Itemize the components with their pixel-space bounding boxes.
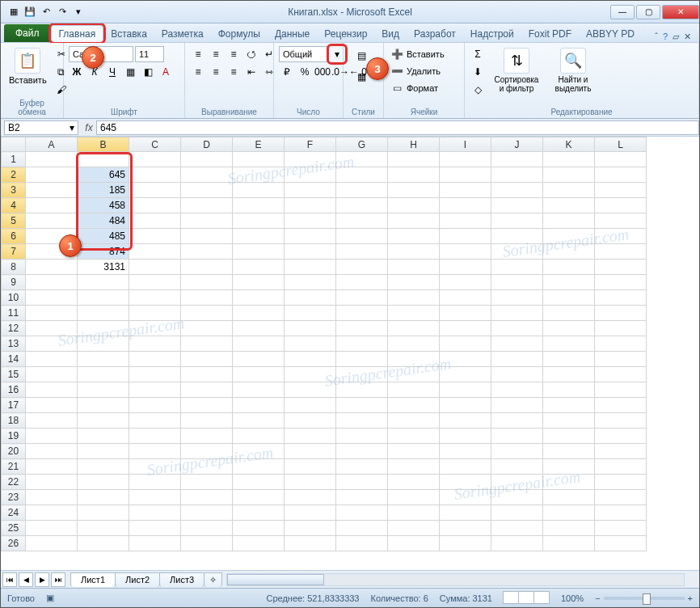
cell-F8[interactable] xyxy=(285,260,336,275)
cell-F19[interactable] xyxy=(285,429,336,444)
tab-review[interactable]: Рецензир xyxy=(317,26,374,42)
cell-I18[interactable] xyxy=(440,413,491,429)
cell-D8[interactable] xyxy=(181,260,233,275)
row-header-10[interactable]: 10 xyxy=(2,290,26,306)
cell-H15[interactable] xyxy=(388,367,440,382)
formula-input[interactable] xyxy=(96,120,699,135)
cell-J6[interactable] xyxy=(491,229,543,244)
delete-cells-label[interactable]: Удалить xyxy=(407,66,441,76)
cell-C8[interactable] xyxy=(129,260,181,275)
cell-L25[interactable] xyxy=(595,521,647,536)
cell-B10[interactable] xyxy=(78,290,129,306)
cell-B7[interactable]: 874 xyxy=(78,244,129,260)
cell-E15[interactable] xyxy=(233,367,285,382)
cell-K23[interactable] xyxy=(543,490,595,505)
cell-L6[interactable] xyxy=(595,229,647,244)
cell-K21[interactable] xyxy=(543,459,595,475)
cell-H17[interactable] xyxy=(388,398,440,413)
cell-G23[interactable] xyxy=(336,490,388,505)
format-cells-icon[interactable]: ▭ xyxy=(389,80,405,96)
cell-I20[interactable] xyxy=(440,444,491,459)
row-header-19[interactable]: 19 xyxy=(2,429,26,444)
cell-H2[interactable] xyxy=(388,167,440,183)
cell-A10[interactable] xyxy=(26,290,78,306)
cell-J8[interactable] xyxy=(491,260,543,275)
cell-B6[interactable]: 485 xyxy=(78,229,129,244)
cell-G20[interactable] xyxy=(336,444,388,459)
cell-L13[interactable] xyxy=(595,336,647,352)
cell-B25[interactable] xyxy=(78,521,129,536)
worksheet-grid[interactable]: ABCDEFGHIJKL1264531854458548464857874831… xyxy=(1,137,699,570)
cell-B9[interactable] xyxy=(78,275,129,290)
cell-F23[interactable] xyxy=(285,490,336,505)
tab-formulas[interactable]: Формулы xyxy=(211,26,268,42)
cell-E21[interactable] xyxy=(233,459,285,475)
bold-button[interactable]: Ж xyxy=(69,64,85,80)
cell-I3[interactable] xyxy=(440,183,491,198)
number-format-dropdown[interactable]: ▾ xyxy=(329,46,345,62)
cell-I11[interactable] xyxy=(440,306,491,321)
cell-I10[interactable] xyxy=(440,290,491,306)
cell-F16[interactable] xyxy=(285,382,336,398)
cell-H13[interactable] xyxy=(388,336,440,352)
row-header-7[interactable]: 7 xyxy=(2,244,26,260)
row-header-21[interactable]: 21 xyxy=(2,459,26,475)
cell-B24[interactable] xyxy=(78,505,129,521)
cell-I9[interactable] xyxy=(440,275,491,290)
cell-D9[interactable] xyxy=(181,275,233,290)
cell-A3[interactable] xyxy=(26,183,78,198)
cell-H22[interactable] xyxy=(388,475,440,490)
cell-F22[interactable] xyxy=(285,475,336,490)
cell-F4[interactable] xyxy=(285,198,336,213)
qat-more-icon[interactable]: ▾ xyxy=(72,6,85,19)
cell-J15[interactable] xyxy=(491,367,543,382)
sheet-nav-last[interactable]: ⏭ xyxy=(51,572,65,587)
cell-D13[interactable] xyxy=(181,336,233,352)
column-header-H[interactable]: H xyxy=(388,137,440,152)
cell-K22[interactable] xyxy=(543,475,595,490)
align-middle-icon[interactable]: ≡ xyxy=(208,46,224,62)
cell-H11[interactable] xyxy=(388,306,440,321)
cell-F20[interactable] xyxy=(285,444,336,459)
cell-F14[interactable] xyxy=(285,352,336,367)
cell-H18[interactable] xyxy=(388,413,440,429)
select-all-cell[interactable] xyxy=(2,137,26,152)
cell-D22[interactable] xyxy=(181,475,233,490)
fill-color-button[interactable]: ◧ xyxy=(140,64,156,80)
cell-K24[interactable] xyxy=(543,505,595,521)
cell-J10[interactable] xyxy=(491,290,543,306)
cell-E7[interactable] xyxy=(233,244,285,260)
zoom-slider[interactable]: −+ xyxy=(595,593,693,603)
row-header-8[interactable]: 8 xyxy=(2,260,26,275)
tab-abbyy[interactable]: ABBYY PD xyxy=(579,26,642,42)
cell-A25[interactable] xyxy=(26,521,78,536)
cell-F9[interactable] xyxy=(285,275,336,290)
minimize-ribbon-icon[interactable]: ˆ xyxy=(655,32,658,42)
cell-C5[interactable] xyxy=(129,213,181,229)
cell-D2[interactable] xyxy=(181,167,233,183)
row-header-5[interactable]: 5 xyxy=(2,213,26,229)
cell-G5[interactable] xyxy=(336,213,388,229)
cell-G19[interactable] xyxy=(336,429,388,444)
cell-G1[interactable] xyxy=(336,152,388,167)
tab-view[interactable]: Вид xyxy=(374,26,407,42)
cell-K17[interactable] xyxy=(543,398,595,413)
cell-L12[interactable] xyxy=(595,321,647,336)
cell-L26[interactable] xyxy=(595,536,647,551)
cell-L2[interactable] xyxy=(595,167,647,183)
cell-C10[interactable] xyxy=(129,290,181,306)
cell-L7[interactable] xyxy=(595,244,647,260)
cell-G25[interactable] xyxy=(336,521,388,536)
cell-B15[interactable] xyxy=(78,367,129,382)
cell-A14[interactable] xyxy=(26,352,78,367)
cell-F11[interactable] xyxy=(285,306,336,321)
cell-I23[interactable] xyxy=(440,490,491,505)
column-header-K[interactable]: K xyxy=(543,137,595,152)
cell-F12[interactable] xyxy=(285,321,336,336)
cell-J1[interactable] xyxy=(491,152,543,167)
tab-file[interactable]: Файл xyxy=(4,24,51,42)
cell-J18[interactable] xyxy=(491,413,543,429)
cell-K7[interactable] xyxy=(543,244,595,260)
cell-L24[interactable] xyxy=(595,505,647,521)
cell-B18[interactable] xyxy=(78,413,129,429)
